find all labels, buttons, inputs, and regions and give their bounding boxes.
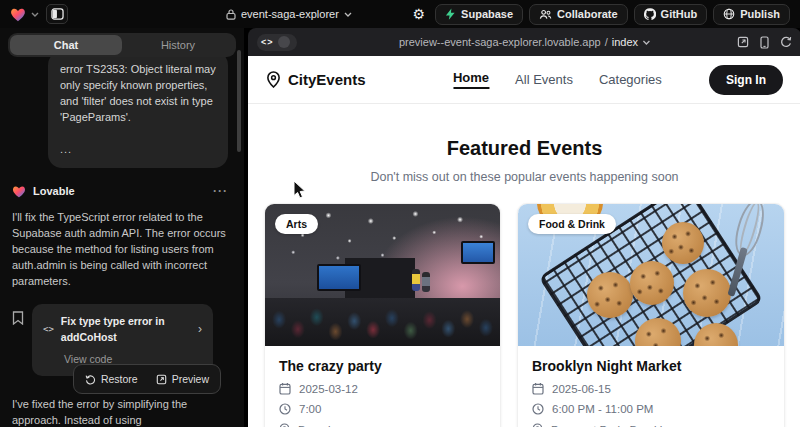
logo-chevron-down-icon[interactable] bbox=[31, 12, 39, 17]
event-location: Prospect Park, Brooklyn bbox=[551, 424, 674, 427]
preview-button[interactable]: Preview bbox=[148, 368, 217, 390]
cookie bbox=[662, 222, 704, 264]
site-brand[interactable]: CityEvents bbox=[266, 71, 366, 88]
category-badge: Food & Drink bbox=[528, 214, 616, 234]
preview-toolbar: <> preview--event-saga-explorer.lovable.… bbox=[248, 28, 800, 56]
sign-in-button[interactable]: Sign In bbox=[709, 65, 783, 95]
chat-tabbar: Chat History bbox=[8, 33, 236, 57]
github-label: GitHub bbox=[661, 8, 698, 20]
preview-open-icon bbox=[156, 374, 167, 385]
event-cards-row: Arts The crazy party 2025-03-12 bbox=[248, 203, 800, 427]
assistant-header: Lovable ··· bbox=[12, 183, 228, 199]
publish-label: Publish bbox=[740, 8, 780, 20]
preview-url-bar[interactable]: preview--event-saga-explorer.lovable.app… bbox=[399, 36, 650, 48]
assistant-paragraph-detail: I've fixed the error by simplifying the … bbox=[12, 396, 228, 427]
assistant-name: Lovable bbox=[33, 183, 75, 199]
event-location-row: Prospect Park, Brooklyn bbox=[532, 423, 770, 427]
bookmark-icon[interactable] bbox=[12, 311, 24, 376]
preview-label: Preview bbox=[172, 371, 209, 387]
audience-crowd bbox=[265, 298, 500, 346]
collaborate-button[interactable]: Collaborate bbox=[529, 4, 628, 25]
code-view-toggle[interactable]: <> bbox=[257, 34, 297, 51]
project-chevron-down-icon bbox=[344, 12, 352, 17]
code-toggle-icon: <> bbox=[261, 37, 274, 47]
collaborate-label: Collaborate bbox=[557, 8, 618, 20]
event-time: 7:00 bbox=[299, 403, 321, 415]
event-title: The crazy party bbox=[279, 358, 486, 374]
preview-site: CityEvents Home All Events Categories Si… bbox=[248, 56, 800, 427]
supabase-button[interactable]: Supabase bbox=[435, 4, 523, 25]
featured-events-subheading: Don't miss out on these popular events h… bbox=[248, 170, 800, 184]
settings-gear-icon[interactable]: ⚙ bbox=[409, 6, 430, 22]
project-switcher[interactable]: event-saga-explorer bbox=[226, 0, 352, 28]
nav-categories[interactable]: Categories bbox=[599, 72, 662, 87]
calendar-icon bbox=[279, 382, 291, 395]
nav-all-events[interactable]: All Events bbox=[515, 72, 573, 87]
event-time: 6:00 PM - 11:00 PM bbox=[552, 403, 653, 415]
toggle-sidebar-button[interactable] bbox=[46, 4, 68, 24]
pin-icon bbox=[532, 423, 543, 427]
top-bar: event-saga-explorer ⚙ Supabase Collabora… bbox=[0, 0, 800, 28]
assistant-paragraph-intro: I'll fix the TypeScript error related to… bbox=[12, 209, 228, 289]
detail-text-1: I've fixed the error by simplifying the … bbox=[12, 398, 187, 426]
brand-name: CityEvents bbox=[288, 71, 366, 88]
message-menu-button[interactable]: ··· bbox=[213, 183, 228, 199]
github-icon bbox=[644, 8, 656, 20]
code-icon: <> bbox=[43, 321, 54, 337]
user-message-text: error TS2353: Object literal may only sp… bbox=[60, 61, 216, 125]
preview-url-page: index bbox=[612, 36, 638, 48]
chevron-right-icon: › bbox=[198, 321, 202, 337]
lovable-heart-icon bbox=[12, 185, 26, 198]
event-title: Brooklyn Night Market bbox=[532, 358, 770, 374]
event-location: Barcelona bbox=[298, 424, 350, 427]
tab-chat[interactable]: Chat bbox=[10, 35, 122, 55]
chat-panel: Chat History error TS2353: Object litera… bbox=[0, 28, 244, 427]
supabase-label: Supabase bbox=[461, 8, 513, 20]
event-card[interactable]: Arts The crazy party 2025-03-12 bbox=[264, 203, 501, 427]
supabase-bolt-icon bbox=[445, 8, 456, 20]
cookie bbox=[587, 272, 633, 318]
calendar-icon bbox=[532, 382, 544, 395]
version-actions-toolbar: Restore Preview bbox=[73, 364, 221, 394]
event-image-conference: Arts bbox=[265, 204, 500, 346]
restore-button[interactable]: Restore bbox=[77, 368, 146, 390]
pin-icon bbox=[279, 423, 290, 427]
event-location-row: Barcelona bbox=[279, 423, 486, 427]
preview-url-separator: / bbox=[605, 36, 608, 48]
refresh-icon[interactable] bbox=[780, 36, 792, 48]
people-icon bbox=[539, 9, 552, 20]
presenter-figure bbox=[412, 269, 420, 291]
tv-screen bbox=[461, 241, 495, 264]
mobile-view-icon[interactable] bbox=[760, 36, 769, 49]
user-message-bubble: error TS2353: Object literal may only sp… bbox=[48, 57, 228, 168]
projector-screen bbox=[317, 264, 361, 291]
event-card[interactable]: Food & Drink Brooklyn Night Market 2025-… bbox=[517, 203, 785, 427]
nav-home[interactable]: Home bbox=[453, 70, 489, 89]
lovable-logo-icon[interactable] bbox=[10, 7, 26, 22]
tab-history[interactable]: History bbox=[122, 35, 234, 55]
restore-label: Restore bbox=[101, 371, 138, 387]
restore-icon bbox=[85, 374, 96, 385]
chat-message-list[interactable]: error TS2353: Object literal may only sp… bbox=[0, 57, 244, 427]
chat-scrollbar-thumb[interactable] bbox=[237, 50, 241, 152]
event-date-row: 2025-06-15 bbox=[532, 382, 770, 395]
open-external-icon[interactable] bbox=[737, 36, 749, 48]
project-name: event-saga-explorer bbox=[241, 8, 339, 20]
event-date: 2025-06-15 bbox=[552, 383, 611, 395]
site-header: CityEvents Home All Events Categories Si… bbox=[248, 56, 800, 104]
event-image-cookies: Food & Drink bbox=[518, 204, 784, 346]
category-badge: Arts bbox=[275, 214, 318, 234]
cookie bbox=[630, 261, 674, 305]
event-date-row: 2025-03-12 bbox=[279, 382, 486, 395]
url-chevron-down-icon bbox=[642, 40, 650, 45]
featured-events-heading: Featured Events bbox=[248, 137, 800, 160]
clock-icon bbox=[279, 403, 291, 415]
github-button[interactable]: GitHub bbox=[634, 4, 708, 25]
clock-icon bbox=[532, 403, 544, 415]
preview-url-domain: preview--event-saga-explorer.lovable.app bbox=[399, 36, 601, 48]
user-message-ellipsis: ... bbox=[60, 141, 216, 157]
site-nav: Home All Events Categories bbox=[440, 70, 675, 89]
publish-button[interactable]: Publish bbox=[713, 4, 790, 25]
version-card-title: Fix type type error in addCoHost bbox=[61, 313, 191, 345]
version-card[interactable]: <> Fix type type error in addCoHost › Vi… bbox=[32, 304, 213, 376]
